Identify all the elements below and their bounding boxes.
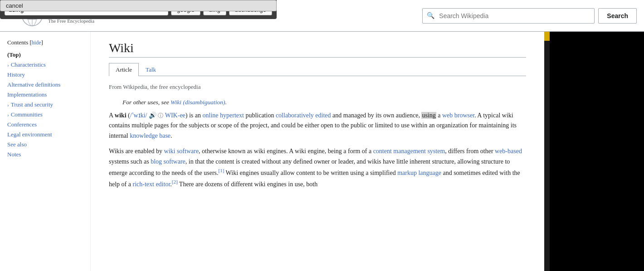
footnote-1[interactable]: [1] <box>219 168 224 173</box>
sidebar: Contents [hide] (Top) › Characteristics … <box>0 32 91 271</box>
cancel-button[interactable]: cancel <box>0 0 277 11</box>
toc-item-notes[interactable]: Notes <box>7 150 83 160</box>
cms-link[interactable]: content management system <box>373 148 445 155</box>
article-tabs: Article Talk <box>109 63 526 76</box>
toc-item-trust[interactable]: › Trust and security <box>7 100 83 110</box>
collaboratively-edited-link[interactable]: collaboratively edited <box>276 112 331 119</box>
wiki-software-link[interactable]: wiki software <box>164 148 199 155</box>
hide-toc-link[interactable]: hide <box>32 39 41 46</box>
markup-language-link[interactable]: markup language <box>397 169 441 176</box>
ipa-icon: ⓘ <box>158 112 163 119</box>
search-area: 🔍 Search <box>422 8 637 24</box>
search-input-wrap: 🔍 <box>422 8 595 24</box>
rich-text-editor-link[interactable]: rich-text editor <box>132 181 170 188</box>
expand-icon: › <box>7 62 9 68</box>
contents-header: Contents [hide] <box>7 39 83 46</box>
highlighted-using: using <box>421 112 436 119</box>
tab-article[interactable]: Article <box>109 63 139 76</box>
pronunciation-link[interactable]: /ˈwɪki/ <box>130 112 147 119</box>
toc-link-seealso[interactable]: See also <box>7 141 27 148</box>
toc-link-trust[interactable]: Trust and security <box>11 101 53 108</box>
search-icon: 🔍 <box>427 12 434 19</box>
search-overlay: cancel google bing duckduckgo <box>0 0 277 19</box>
toc-item-conferences[interactable]: Conferences <box>7 120 83 130</box>
blog-software-link[interactable]: blog software <box>151 158 185 165</box>
toc-item-top: (Top) <box>7 50 83 60</box>
scrollbar-track[interactable] <box>544 32 550 271</box>
toc-item-legal[interactable]: Legal environment <box>7 130 83 140</box>
search-input[interactable] <box>422 8 595 24</box>
scrollbar-thumb[interactable] <box>544 32 550 41</box>
expand-icon: › <box>7 112 9 117</box>
toc-link-legal[interactable]: Legal environment <box>7 131 52 138</box>
web-based-link[interactable]: web-based <box>495 148 522 155</box>
toc-link-communities[interactable]: Communities <box>11 111 43 118</box>
toc-link-alternative[interactable]: Alternative definitions <box>7 81 60 88</box>
paragraph-1: A wiki (/ˈwɪki/ 🔊 ⓘ WIK-ee) is an online… <box>109 111 526 141</box>
page-title: Wiki <box>109 41 526 58</box>
right-panel <box>544 32 644 271</box>
main-content: Wiki Article Talk From Wikipedia, the fr… <box>91 32 544 271</box>
wik-ee-link[interactable]: WIK-ee <box>165 112 185 119</box>
tab-talk[interactable]: Talk <box>139 63 163 76</box>
toc-link-characteristics[interactable]: Characteristics <box>11 61 46 68</box>
article-body: A wiki (/ˈwɪki/ 🔊 ⓘ WIK-ee) is an online… <box>109 111 526 189</box>
footnote-2[interactable]: [2] <box>172 179 178 184</box>
disambiguation-link[interactable]: Wiki (disambiguation) <box>171 99 225 106</box>
toc-item-characteristics[interactable]: › Characteristics <box>7 60 83 70</box>
toc-item-history[interactable]: History <box>7 70 83 80</box>
toc-link-notes[interactable]: Notes <box>7 151 21 158</box>
toc-item-implementations[interactable]: Implementations <box>7 90 83 100</box>
page-layout: Contents [hide] (Top) › Characteristics … <box>0 32 644 271</box>
online-hypertext-link[interactable]: online hypertext <box>203 112 244 119</box>
toc-item-communities[interactable]: › Communities <box>7 110 83 120</box>
knowledge-base-link[interactable]: knowledge base <box>130 132 171 139</box>
hatnote: For other uses, see Wiki (disambiguation… <box>109 97 526 111</box>
toc-link-conferences[interactable]: Conferences <box>7 121 37 128</box>
toc-item-seealso[interactable]: See also <box>7 140 83 150</box>
web-browser-link[interactable]: web browser <box>442 112 474 119</box>
contents-label: Contents <box>7 39 28 46</box>
paragraph-2: Wikis are enabled by wiki software, othe… <box>109 146 526 189</box>
toc-link-history[interactable]: History <box>7 71 25 78</box>
from-wikipedia: From Wikipedia, the free encyclopedia <box>109 83 526 91</box>
audio-icon[interactable]: 🔊 <box>149 112 156 119</box>
expand-icon: › <box>7 102 9 107</box>
wiki-bold: wiki <box>115 112 127 119</box>
toc-link-implementations[interactable]: Implementations <box>7 91 47 98</box>
search-button[interactable]: Search <box>598 8 637 24</box>
toc-item-alternative[interactable]: Alternative definitions <box>7 80 83 90</box>
